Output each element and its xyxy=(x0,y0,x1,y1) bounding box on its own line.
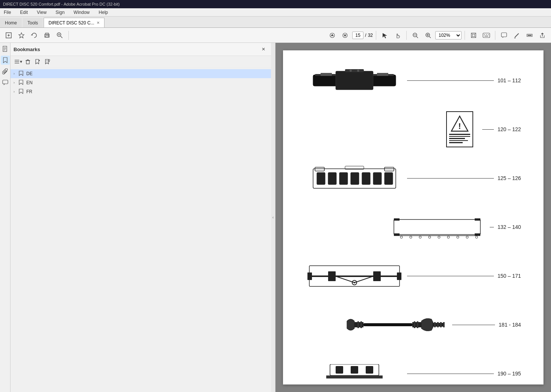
side-icon-bookmark[interactable] xyxy=(1,56,10,65)
rotate-button[interactable] xyxy=(29,30,40,41)
bookmarks-header: Bookmarks ✕ xyxy=(11,43,271,56)
svg-rect-129 xyxy=(336,366,343,374)
bookmark-label-de: DE xyxy=(26,71,33,76)
zoom-select[interactable]: 102% 50% 75% 100% 125% 150% 200% xyxy=(435,31,462,39)
chevron-en[interactable]: › xyxy=(14,81,19,85)
caliper-bracket-svg xyxy=(390,214,484,240)
toolbar-sep-5 xyxy=(495,31,495,40)
bookmarks-list: › DE › EN › xyxy=(11,68,271,392)
svg-rect-111 xyxy=(359,322,360,327)
create-button[interactable] xyxy=(3,30,14,41)
svg-rect-52 xyxy=(26,61,29,64)
keyboard-button[interactable] xyxy=(481,30,492,41)
bookmark-item-fr[interactable]: › FR xyxy=(11,87,271,96)
tab-home-label: Home xyxy=(5,20,17,26)
page-down-icon xyxy=(342,33,348,38)
options-menu-button[interactable]: ▾ xyxy=(14,58,23,66)
star-icon xyxy=(18,32,25,39)
svg-rect-88 xyxy=(475,233,480,236)
svg-rect-109 xyxy=(354,322,357,327)
svg-rect-117 xyxy=(415,322,417,327)
zoom-in-button[interactable] xyxy=(422,30,434,41)
pdf-viewing-area[interactable]: 101 – 112 ! xyxy=(276,43,551,392)
svg-rect-68 xyxy=(345,69,364,72)
svg-marker-17 xyxy=(383,33,387,38)
pdf-page: 101 – 112 ! xyxy=(283,50,543,384)
bookmark-item-en[interactable]: › EN xyxy=(11,78,271,87)
svg-point-98 xyxy=(475,236,478,238)
bookmark-properties-button[interactable] xyxy=(43,58,52,66)
menu-window[interactable]: Window xyxy=(71,9,92,16)
tab-document[interactable]: DIRECT DISC 520 C... ✕ xyxy=(44,18,104,27)
pdf-item-101-112: 101 – 112 xyxy=(306,65,521,95)
trash-icon xyxy=(25,59,30,64)
tab-close-button[interactable]: ✕ xyxy=(97,21,100,25)
menu-edit[interactable]: Edit xyxy=(18,9,30,16)
svg-marker-14 xyxy=(331,34,334,36)
svg-rect-118 xyxy=(417,321,418,328)
side-icon-comment[interactable] xyxy=(1,78,10,87)
menu-file[interactable]: File xyxy=(2,9,13,16)
label-150-171: 150 – 171 xyxy=(498,273,521,279)
side-icon-page[interactable] xyxy=(1,44,10,53)
page-up-button[interactable] xyxy=(327,30,338,41)
bookmark-item-de[interactable]: › DE xyxy=(11,69,271,78)
total-pages: 32 xyxy=(368,33,373,38)
svg-marker-3 xyxy=(19,33,24,38)
line-150-171 xyxy=(407,276,494,276)
menu-sign[interactable]: Sign xyxy=(53,9,67,16)
comment-button[interactable] xyxy=(498,30,510,41)
tab-tools[interactable]: Tools xyxy=(23,18,43,27)
svg-rect-107 xyxy=(328,271,336,281)
svg-point-70 xyxy=(357,70,359,72)
svg-marker-4 xyxy=(31,34,33,35)
bm-ribbon-de xyxy=(19,71,23,76)
page-down-button[interactable] xyxy=(339,30,351,41)
svg-rect-7 xyxy=(45,36,48,37)
component-bottom-svg xyxy=(307,364,401,383)
bookmark-props-icon xyxy=(45,59,50,64)
highlight-icon xyxy=(513,32,520,39)
select-tool-button[interactable] xyxy=(379,30,391,41)
svg-rect-121 xyxy=(434,322,436,327)
svg-rect-66 xyxy=(377,73,388,76)
svg-point-8 xyxy=(48,35,49,36)
svg-marker-48 xyxy=(4,84,5,85)
bookmark-icon-de xyxy=(19,71,25,77)
page-up-icon xyxy=(330,33,335,38)
delete-bookmark-button[interactable] xyxy=(23,58,32,66)
panel-collapse-handle[interactable]: ‹ xyxy=(271,43,276,392)
current-page-input[interactable]: 15 xyxy=(352,32,363,39)
bookmarks-panel: Bookmarks ✕ ▾ xyxy=(11,43,271,392)
tab-document-label: DIRECT DISC 520 C... xyxy=(48,20,94,26)
tab-home[interactable]: Home xyxy=(0,18,22,27)
bookmarks-close-button[interactable]: ✕ xyxy=(259,45,268,53)
add-bookmark-button[interactable] xyxy=(33,58,42,66)
svg-point-90 xyxy=(400,236,403,238)
search-zoom-icon xyxy=(56,32,63,39)
enhanced-search-button[interactable] xyxy=(54,30,65,41)
hand-tool-button[interactable] xyxy=(392,30,403,41)
main-area: Bookmarks ✕ ▾ xyxy=(0,43,551,392)
bookmark-label-en: EN xyxy=(26,80,33,85)
line-190-195 xyxy=(407,374,494,374)
print-button[interactable] xyxy=(41,30,53,41)
highlight-button[interactable] xyxy=(511,30,522,41)
illustration-125-126 xyxy=(306,163,403,193)
chevron-fr[interactable]: › xyxy=(14,90,19,94)
add-bookmark-icon xyxy=(35,59,40,64)
warning-triangle-svg: ! xyxy=(450,115,469,132)
menu-view[interactable]: View xyxy=(35,9,49,16)
svg-point-97 xyxy=(466,236,468,238)
fit-page-button[interactable] xyxy=(468,30,479,41)
label-101-112: 101 – 112 xyxy=(498,77,521,83)
svg-rect-75 xyxy=(384,167,394,171)
mark-for-redaction-button[interactable] xyxy=(524,30,535,41)
bookmark-star-button[interactable] xyxy=(16,30,27,41)
share-button[interactable] xyxy=(537,30,548,41)
chevron-de[interactable]: › xyxy=(14,72,19,76)
zoom-out-button[interactable] xyxy=(410,30,421,41)
svg-rect-101 xyxy=(397,272,401,280)
side-icon-attachment[interactable] xyxy=(1,67,10,76)
menu-help[interactable]: Help xyxy=(97,9,111,16)
